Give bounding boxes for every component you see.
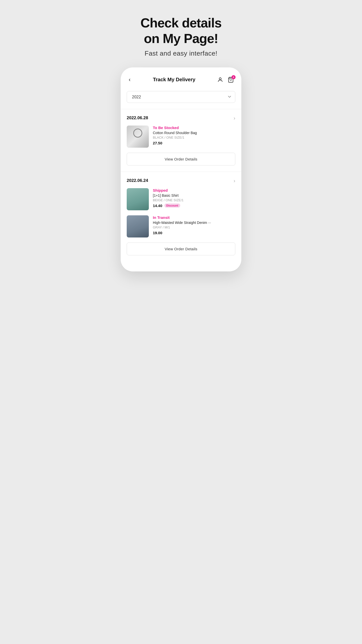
item-price-row-2-2: 19.00 [153, 231, 235, 235]
item-price-2-2: 19.00 [153, 231, 162, 235]
order-date-row-2: 2022.06.24 › [127, 178, 235, 184]
chevron-right-icon-2[interactable]: › [234, 178, 235, 184]
year-dropdown[interactable]: 2022 2021 2020 2023 [127, 91, 235, 103]
item-variant-2-2: GRAY / M/1 [153, 225, 235, 229]
item-info-2-2: In Transit High-Waisted Wide Straight De… [153, 215, 235, 237]
order-date-2: 2022.06.24 [127, 178, 148, 183]
item-price-1-1: 27.50 [153, 141, 162, 145]
view-order-btn-1[interactable]: View Order Details [127, 153, 235, 166]
item-name-2-1: [1+1] Basic Shirt [153, 193, 235, 197]
item-image-bag [127, 126, 149, 148]
sub-heading: Fast and easy interface! [141, 50, 221, 57]
svg-point-0 [219, 78, 221, 80]
item-name-1-1: Cotton Round Shoulder Bag [153, 131, 235, 135]
order-date-row-1: 2022.06.28 › [127, 115, 235, 121]
page-headline: Check details on My Page! Fast and easy … [141, 15, 221, 57]
order-section-1: 2022.06.28 › To Be Stocked Cotton Round … [121, 109, 241, 148]
main-heading: Check details on My Page! [141, 15, 221, 47]
item-info-1-1: To Be Stocked Cotton Round Shoulder Bag … [153, 126, 235, 148]
item-variant-2-1: BEIGE / ONE SIZE/1 [153, 198, 235, 202]
cart-badge: 0 [232, 75, 236, 79]
phone-mockup: ‹ Track My Delivery 0 2022 2021 2020 202… [121, 67, 241, 271]
order-section-2: 2022.06.24 › Shipped [1+1] Basic Shirt B… [121, 172, 241, 237]
item-price-row-2-1: 14.40 Discount [153, 204, 235, 208]
order-date-1: 2022.06.28 [127, 115, 148, 120]
view-order-btn-2[interactable]: View Order Details [127, 243, 235, 255]
order-item-2-2: In Transit High-Waisted Wide Straight De… [127, 215, 235, 237]
cart-icon[interactable]: 0 [227, 76, 234, 83]
order-item-1-1: To Be Stocked Cotton Round Shoulder Bag … [127, 126, 235, 148]
back-button[interactable]: ‹ [128, 75, 131, 84]
profile-icon[interactable] [217, 76, 224, 83]
header-icons: 0 [217, 76, 234, 83]
item-status-2-1: Shipped [153, 188, 235, 192]
app-header: ‹ Track My Delivery 0 [121, 67, 241, 89]
discount-badge-2-1: Discount [164, 204, 180, 208]
item-variant-1-1: BLACK / ONE SIZE/1 [153, 136, 235, 139]
item-price-2-1: 14.40 [153, 204, 162, 208]
order-item-2-1: Shipped [1+1] Basic Shirt BEIGE / ONE SI… [127, 188, 235, 210]
item-price-row-1-1: 27.50 [153, 141, 235, 145]
item-status-2-2: In Transit [153, 215, 235, 220]
item-name-2-2: High-Waisted Wide Straight Denim ··· [153, 221, 235, 225]
chevron-right-icon-1[interactable]: › [234, 115, 235, 121]
item-image-jeans [127, 215, 149, 237]
item-image-shirt [127, 188, 149, 210]
year-selector[interactable]: 2022 2021 2020 2023 [127, 91, 235, 103]
item-info-2-1: Shipped [1+1] Basic Shirt BEIGE / ONE SI… [153, 188, 235, 210]
app-title: Track My Delivery [153, 77, 195, 83]
item-status-1-1: To Be Stocked [153, 126, 235, 130]
